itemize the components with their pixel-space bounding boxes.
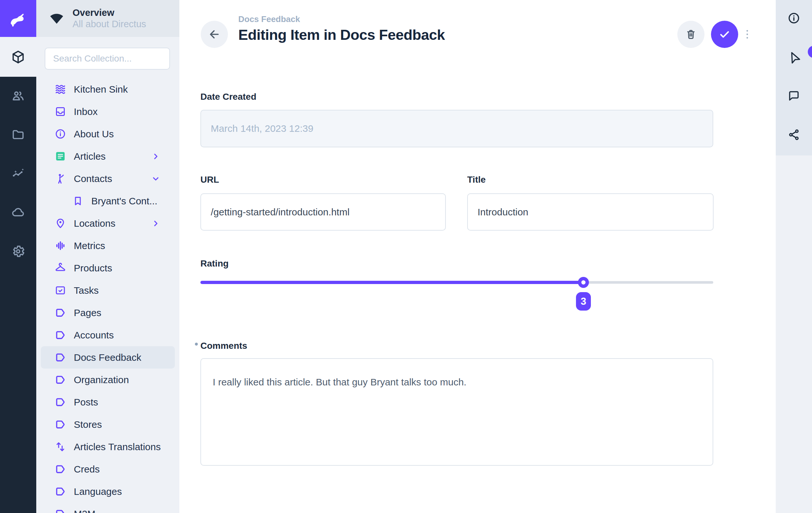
collection-label: Organization <box>74 374 129 386</box>
collection-label: Contacts <box>74 173 112 184</box>
sidebar-item-posts[interactable]: Posts <box>36 391 179 413</box>
project-header[interactable]: Overview All about Directus <box>36 0 179 37</box>
date-created-label: Date Created <box>200 92 256 102</box>
more-options-button[interactable] <box>740 23 754 46</box>
search-collection-input[interactable] <box>45 48 170 69</box>
save-button[interactable] <box>711 21 738 48</box>
article-icon <box>54 150 66 162</box>
chevron-right-icon[interactable] <box>151 219 161 228</box>
collection-label: Pages <box>74 307 102 318</box>
sidebar-item-creds[interactable]: Creds <box>36 458 179 480</box>
title-input[interactable] <box>467 193 714 231</box>
label-icon <box>54 307 66 319</box>
folder-icon <box>11 127 25 142</box>
sidebar-item-about-us[interactable]: About Us <box>36 123 179 145</box>
task-check-icon <box>54 284 66 296</box>
info-icon <box>787 11 801 25</box>
bookmark-icon <box>72 195 84 207</box>
module-button-insights[interactable] <box>0 155 36 192</box>
chevron-down-icon[interactable] <box>151 174 161 183</box>
notification-badge: 2 <box>808 46 812 58</box>
module-button-users[interactable] <box>0 78 36 114</box>
gear-icon <box>11 244 25 258</box>
equalizer-icon <box>54 240 66 252</box>
notifications-icon: 2 <box>787 50 801 64</box>
back-button[interactable] <box>201 21 228 48</box>
url-input[interactable] <box>200 193 446 231</box>
waves-icon <box>54 83 66 95</box>
edited-indicator-dot <box>195 343 198 346</box>
label-icon <box>54 463 66 475</box>
sidebar-item-metrics[interactable]: Metrics <box>36 234 179 257</box>
comments-textarea[interactable]: I really liked this article. But that gu… <box>200 358 713 466</box>
collection-label: Locations <box>74 218 115 229</box>
collection-label: Posts <box>74 397 98 408</box>
rating-slider[interactable]: 3 <box>200 279 713 286</box>
rating-value-badge: 3 <box>576 292 591 311</box>
inbox-icon <box>54 106 66 118</box>
sidebar-item-organization[interactable]: Organization <box>36 369 179 391</box>
label-icon <box>54 508 66 513</box>
comment-icon <box>787 89 801 103</box>
insights-icon <box>11 167 25 181</box>
sidebar-item-kitchen-sink[interactable]: Kitchen Sink <box>36 78 179 101</box>
right-sidebar: 2 <box>776 0 812 513</box>
sidebar-button-notifications[interactable]: 2 <box>776 42 812 72</box>
collection-label: Bryant's Cont... <box>91 196 157 207</box>
sidebar-item-articles[interactable]: Articles <box>36 145 179 167</box>
label-icon <box>54 419 66 430</box>
collection-label: Products <box>74 263 112 274</box>
module-button-folder[interactable] <box>0 117 36 153</box>
sidebar-item-products[interactable]: Products <box>36 257 179 279</box>
sidebar-item-locations[interactable]: Locations <box>36 212 179 234</box>
slider-knob[interactable] <box>578 277 589 288</box>
breadcrumb[interactable]: Docs Feedback <box>238 14 445 24</box>
sidebar-item-articles-translations[interactable]: Articles Translations <box>36 436 179 458</box>
project-title: Overview <box>72 7 146 18</box>
sidebar-item-bryant-s-cont[interactable]: Bryant's Cont... <box>36 190 179 212</box>
main-content: Docs Feedback Editing Item in Docs Feedb… <box>179 0 776 513</box>
trash-icon <box>685 28 697 40</box>
page-title: Editing Item in Docs Feedback <box>238 27 445 44</box>
label-icon <box>54 396 66 408</box>
collection-label: Stores <box>74 419 102 430</box>
collection-label: Languages <box>74 486 122 497</box>
sidebar-item-m2m[interactable]: M2M <box>36 503 179 513</box>
module-content-active[interactable] <box>0 37 36 77</box>
module-bar <box>0 0 36 513</box>
users-icon <box>11 89 25 103</box>
sidebar-button-share[interactable] <box>776 120 812 149</box>
sidebar-item-tasks[interactable]: Tasks <box>36 279 179 302</box>
title-label: Title <box>467 175 486 185</box>
collection-label: Inbox <box>74 106 97 117</box>
arrow-left-icon <box>208 28 221 41</box>
sidebar-item-stores[interactable]: Stores <box>36 413 179 436</box>
collection-label: Accounts <box>74 330 114 341</box>
date-created-input <box>200 110 713 147</box>
chevron-right-icon[interactable] <box>151 151 161 161</box>
collection-label: Metrics <box>74 240 105 251</box>
sidebar-item-languages[interactable]: Languages <box>36 480 179 503</box>
check-icon <box>718 28 731 41</box>
comments-label: Comments <box>200 341 248 351</box>
slider-fill <box>200 281 583 284</box>
collection-list: Kitchen SinkInboxAbout UsArticlesContact… <box>36 78 179 513</box>
collection-label: Articles Translations <box>74 441 161 452</box>
module-button-cloud[interactable] <box>0 194 36 231</box>
sidebar-item-inbox[interactable]: Inbox <box>36 101 179 123</box>
dots-vertical-icon <box>742 24 753 45</box>
sidebar-item-pages[interactable]: Pages <box>36 302 179 324</box>
directus-logo[interactable] <box>0 0 36 37</box>
hanger-icon <box>54 262 66 274</box>
rating-label: Rating <box>200 258 229 269</box>
sidebar-item-docs-feedback[interactable]: Docs Feedback <box>41 346 175 369</box>
sidebar-button-info[interactable] <box>776 4 812 33</box>
sidebar-item-contacts[interactable]: Contacts <box>36 167 179 190</box>
sidebar-button-comment[interactable] <box>776 81 812 110</box>
cloud-icon <box>11 205 25 220</box>
module-button-gear[interactable] <box>0 233 36 269</box>
box-icon <box>11 50 26 64</box>
delete-button[interactable] <box>677 21 704 48</box>
collection-label: Docs Feedback <box>74 352 141 363</box>
sidebar-item-accounts[interactable]: Accounts <box>36 324 179 346</box>
